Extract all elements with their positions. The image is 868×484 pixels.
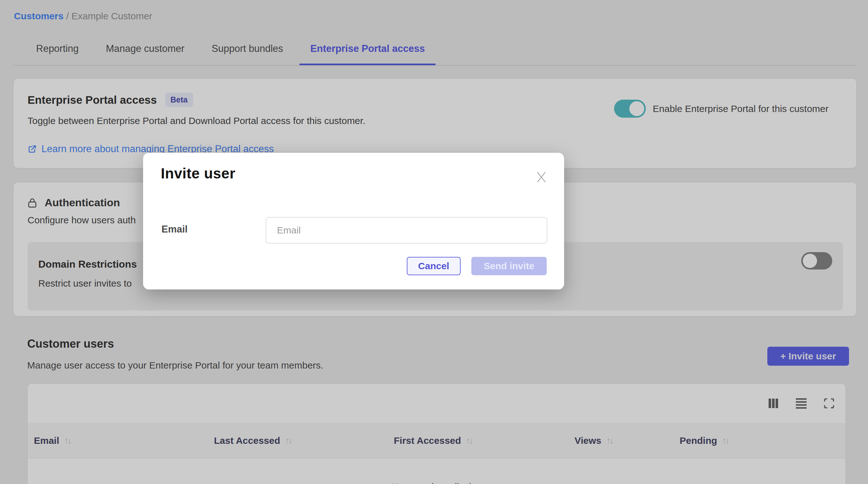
modal-title: Invite user [161,165,236,182]
close-icon[interactable] [535,170,548,183]
page: Customers / Example Customer Reporting M… [0,0,868,484]
cancel-button[interactable]: Cancel [407,257,461,275]
email-field-label: Email [161,224,188,235]
email-input[interactable] [266,217,547,244]
send-invite-button[interactable]: Send invite [471,257,547,275]
invite-user-modal: Invite user Email Cancel Send invite [143,153,564,289]
